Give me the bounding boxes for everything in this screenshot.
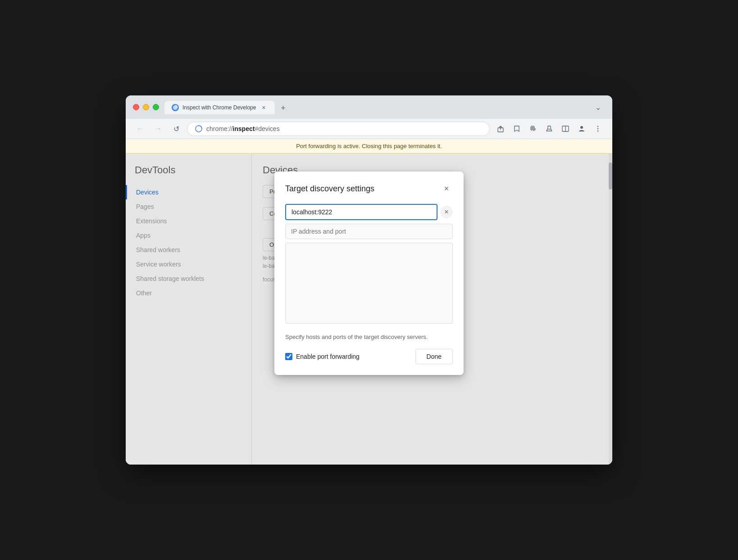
tab-strip-menu-button[interactable]: ⌄ <box>591 100 605 114</box>
modal-title: Target discovery settings <box>285 184 374 194</box>
modal-overlay: Target discovery settings × × Specify ho… <box>126 154 612 465</box>
active-tab[interactable]: Inspect with Chrome Develope × <box>164 101 275 114</box>
toolbar-icons <box>493 122 605 136</box>
svg-point-8 <box>597 128 599 130</box>
url-display: chrome://inspect#devices <box>206 125 482 132</box>
tab-favicon <box>172 104 179 111</box>
tab-end: ⌄ <box>591 100 605 114</box>
site-favicon <box>195 125 203 133</box>
host-input-row: × <box>285 204 453 220</box>
page-content: DevTools Devices Pages Extensions Apps S… <box>126 154 612 465</box>
tab-bar: Inspect with Chrome Develope × + ⌄ <box>164 100 605 114</box>
clear-host-button[interactable]: × <box>440 206 453 218</box>
enable-port-forwarding-label[interactable]: Enable port forwarding <box>285 353 360 360</box>
devtools-experiment-button[interactable] <box>542 122 556 136</box>
new-tab-button[interactable]: + <box>277 102 289 114</box>
browser-window: Inspect with Chrome Develope × + ⌄ ← → ↺… <box>126 95 612 465</box>
svg-point-9 <box>597 131 599 132</box>
modal-close-button[interactable]: × <box>440 182 453 195</box>
tab-title: Inspect with Chrome Develope <box>182 104 256 111</box>
maximize-window-button[interactable] <box>153 104 159 110</box>
split-screen-button[interactable] <box>558 122 573 136</box>
enable-port-forwarding-text: Enable port forwarding <box>296 353 360 360</box>
hosts-textarea[interactable] <box>285 243 453 324</box>
svg-point-7 <box>597 126 599 127</box>
address-bar[interactable]: chrome://inspect#devices <box>187 122 490 136</box>
close-window-button[interactable] <box>133 104 139 110</box>
host-input-field[interactable] <box>285 204 437 220</box>
profile-button[interactable] <box>574 122 589 136</box>
bookmark-button[interactable] <box>510 122 524 136</box>
minimize-window-button[interactable] <box>143 104 149 110</box>
back-button[interactable]: ← <box>133 122 147 136</box>
nav-bar: ← → ↺ chrome://inspect#devices <box>126 119 612 139</box>
modal-footer: Enable port forwarding Done <box>285 349 453 364</box>
description-text: Specify hosts and ports of the target di… <box>285 333 453 342</box>
extensions-button[interactable] <box>526 122 540 136</box>
notification-text: Port forwarding is active. Closing this … <box>296 143 442 149</box>
target-discovery-modal: Target discovery settings × × Specify ho… <box>274 172 464 375</box>
title-bar: Inspect with Chrome Develope × + ⌄ <box>126 95 612 119</box>
svg-point-6 <box>580 126 583 129</box>
ip-address-input[interactable] <box>285 224 453 239</box>
url-path: inspect <box>232 125 255 132</box>
url-scheme: chrome:// <box>206 125 232 132</box>
traffic-lights <box>133 104 159 110</box>
notification-bar: Port forwarding is active. Closing this … <box>126 139 612 154</box>
url-hash: #devices <box>255 125 279 132</box>
close-tab-button[interactable]: × <box>260 104 268 112</box>
modal-header: Target discovery settings × <box>285 182 453 195</box>
enable-port-forwarding-checkbox[interactable] <box>285 353 292 360</box>
done-button[interactable]: Done <box>415 349 453 364</box>
reload-button[interactable]: ↺ <box>169 122 183 136</box>
share-button[interactable] <box>493 122 508 136</box>
forward-button[interactable]: → <box>151 122 165 136</box>
chrome-menu-button[interactable] <box>591 122 605 136</box>
